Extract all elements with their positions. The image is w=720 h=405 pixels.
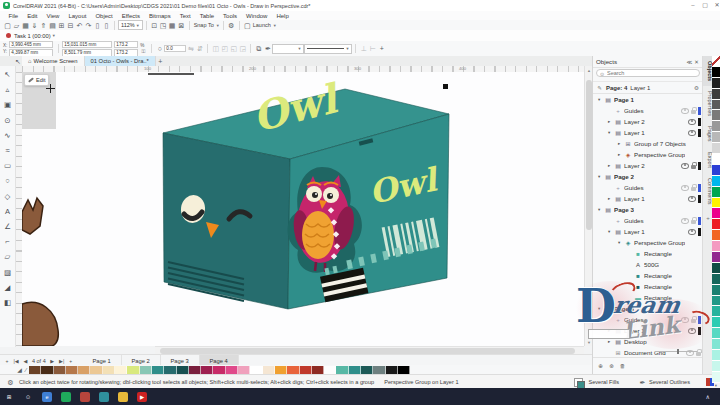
visibility-eye-icon[interactable]	[681, 163, 689, 169]
palette-color-swatch[interactable]	[712, 328, 720, 339]
menu-item[interactable]: Object	[91, 13, 117, 19]
objects-tree-row[interactable]: A 500G	[593, 259, 703, 270]
toolbar-icon[interactable]: ⇓	[30, 21, 39, 30]
color-swatch[interactable]	[275, 366, 287, 374]
menu-item[interactable]: Bitmaps	[145, 13, 176, 19]
objects-tree-row[interactable]: ▸ ⊞ Group of 7 Objects	[593, 138, 703, 149]
color-swatch[interactable]	[54, 366, 66, 374]
docker-settings-gear-icon[interactable]: ⚙	[693, 84, 700, 91]
taskbar-app-icon[interactable]: ▶	[137, 392, 147, 402]
menu-item[interactable]: Table	[195, 13, 218, 19]
perspective-box[interactable]: Owl	[163, 74, 449, 309]
objects-tree-row[interactable]: ▸ ▤ Layer 1	[593, 193, 703, 204]
objects-tree-row[interactable]: ▾ ◈ Perspective Group	[593, 237, 703, 248]
toolbar-icon[interactable]: ↶	[75, 21, 84, 30]
tab-welcome-screen[interactable]: ⌂ Welcome Screen	[22, 56, 85, 66]
launch-dropdown[interactable]: Launch	[253, 22, 271, 28]
tab-document[interactable]: 01 Octo - Owls - Dra..*	[85, 56, 156, 66]
close-button[interactable]: ✕	[711, 1, 720, 10]
docker-collapse-icon[interactable]: ≪	[686, 58, 693, 65]
palette-color-swatch[interactable]	[712, 78, 720, 89]
taskbar-app-icon[interactable]: e	[42, 392, 52, 402]
objects-tree-row[interactable]: ■ Rectangle	[593, 270, 703, 281]
palette-color-swatch[interactable]	[712, 110, 720, 121]
palette-color-swatch[interactable]	[712, 361, 720, 372]
visibility-eye-icon[interactable]	[688, 196, 696, 202]
start-button[interactable]: ⊞	[4, 392, 14, 402]
add-page-after-button[interactable]: +	[69, 358, 72, 364]
color-swatch[interactable]	[287, 366, 299, 374]
visibility-eye-icon[interactable]	[681, 108, 689, 114]
menu-item[interactable]: Text	[175, 13, 195, 19]
toolbox-tool[interactable]: ↖	[1, 67, 14, 82]
color-swatch[interactable]	[349, 366, 361, 374]
docker-bottom-icon[interactable]: ⊛	[608, 363, 615, 370]
more-options-icon[interactable]: +	[377, 44, 386, 53]
taskbar-app-icon[interactable]	[99, 392, 109, 402]
taskbar-app-icon[interactable]	[61, 392, 71, 402]
toolbox-tool[interactable]: ▭	[1, 158, 14, 173]
toolbox-tool[interactable]: ◢	[1, 280, 14, 295]
toolbar-icon[interactable]: ⊟	[66, 21, 75, 30]
palette-color-swatch[interactable]	[712, 230, 720, 241]
previous-page-button[interactable]: ◀	[24, 358, 28, 364]
palette-color-swatch[interactable]	[712, 241, 720, 252]
color-swatch[interactable]	[324, 366, 336, 374]
add-page-before-button[interactable]: +	[6, 358, 9, 364]
toolbox-tool[interactable]: A	[1, 204, 14, 219]
visibility-eye-icon[interactable]	[688, 130, 696, 136]
object-x-field[interactable]: 3,990.465 mm	[9, 41, 53, 49]
mirror-vertical-icon[interactable]: ⇵	[195, 44, 204, 53]
palette-color-swatch[interactable]	[712, 56, 720, 67]
palette-color-swatch[interactable]	[712, 350, 720, 361]
toolbox-tool[interactable]: ▵	[1, 82, 14, 97]
first-page-button[interactable]: |◀	[13, 358, 18, 364]
lock-icon[interactable]	[691, 187, 696, 191]
objects-tree-row[interactable]: ▾ ▤ Layer 1	[593, 226, 703, 237]
palette-color-swatch[interactable]	[712, 132, 720, 143]
palette-color-swatch[interactable]	[712, 121, 720, 132]
objects-tree-row[interactable]: ▸ ◈ Perspective Group	[593, 149, 703, 160]
zoom-level-combo[interactable]: 112%▼	[118, 20, 143, 30]
toolbar-icon[interactable]: ▯	[102, 21, 111, 30]
menu-item[interactable]: File	[4, 13, 23, 19]
toolbar-view-icon[interactable]: ◳	[159, 21, 168, 30]
color-swatch[interactable]	[152, 366, 164, 374]
visibility-eye-icon[interactable]	[688, 229, 696, 235]
menu-item[interactable]: Layout	[64, 13, 91, 19]
color-swatch[interactable]	[312, 366, 324, 374]
toolbox-tool[interactable]: ◇	[1, 189, 14, 204]
color-swatch[interactable]	[115, 366, 127, 374]
objects-tree-row[interactable]: ▸ ▤ Layer 1	[593, 325, 703, 336]
palette-color-swatch[interactable]	[712, 317, 720, 328]
objects-tree-row[interactable]: ▾ ▤ Page 4	[593, 303, 703, 314]
color-swatch[interactable]	[226, 366, 238, 374]
objects-tree-row[interactable]: ▾ ▤ Layer 1	[593, 127, 703, 138]
toolbox-tool[interactable]: ≈	[1, 143, 14, 158]
objects-tree-row[interactable]: + Guides	[593, 105, 703, 116]
color-swatch[interactable]	[398, 366, 410, 374]
objects-tree-row[interactable]: ▾ ▤ Page 2	[593, 171, 703, 182]
object-width-field[interactable]: 15,031.015 mm	[62, 41, 112, 49]
palette-color-swatch[interactable]	[712, 306, 720, 317]
toolbox-tool[interactable]: ▣	[1, 97, 14, 112]
to-front-icon[interactable]: ⧉	[254, 44, 263, 53]
maximize-button[interactable]: ▢	[699, 1, 711, 10]
palette-color-swatch[interactable]	[712, 372, 720, 383]
taskbar-search-icon[interactable]: ⊙	[23, 392, 33, 402]
objects-tree-row[interactable]: ▸ ▤ Desktop	[593, 336, 703, 347]
menu-item[interactable]: Tools	[219, 13, 242, 19]
color-swatch[interactable]	[189, 366, 201, 374]
visibility-eye-icon[interactable]	[688, 328, 696, 334]
palette-color-swatch[interactable]	[712, 252, 720, 263]
palette-color-swatch[interactable]	[712, 176, 720, 187]
menu-item[interactable]: Effects	[117, 13, 144, 19]
objects-tree-row[interactable]: ▾ ▤ Page 1	[593, 94, 703, 105]
selection-handle[interactable]	[443, 84, 448, 89]
color-swatch[interactable]	[300, 366, 312, 374]
docker-bottom-icon[interactable]: ⊕	[597, 363, 604, 370]
palette-overflow-icon[interactable]: ▾	[712, 383, 720, 388]
color-swatch[interactable]	[177, 366, 189, 374]
menu-item[interactable]: View	[42, 13, 64, 19]
toolbar-icon[interactable]: ▤	[48, 21, 57, 30]
